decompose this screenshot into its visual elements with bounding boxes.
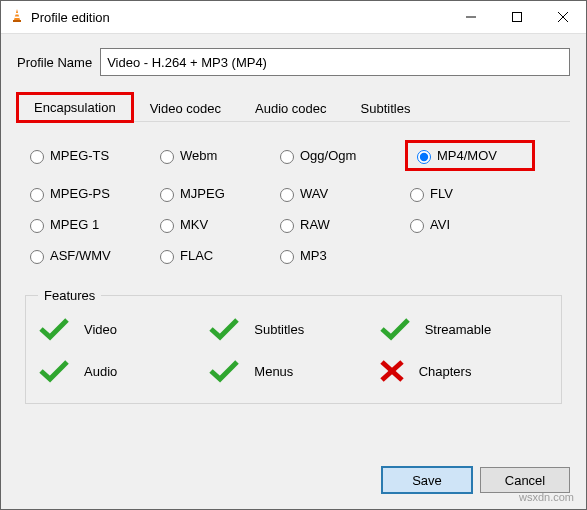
radio-asf-wmv[interactable]: ASF/WMV — [25, 247, 155, 264]
radio-wav[interactable]: WAV — [275, 185, 405, 202]
svg-rect-3 — [14, 16, 19, 18]
feature-menus: Menus — [208, 359, 378, 383]
check-icon — [38, 359, 70, 383]
radio-label: MPEG-PS — [50, 186, 110, 201]
feature-subtitles: Subtitles — [208, 317, 378, 341]
radio-label: MPEG-TS — [50, 148, 109, 163]
radio-label: MP4/MOV — [437, 148, 497, 163]
feature-audio: Audio — [38, 359, 208, 383]
profile-name-label: Profile Name — [17, 55, 92, 70]
radio-mkv[interactable]: MKV — [155, 216, 275, 233]
x-icon — [379, 359, 405, 383]
features-group: Features Video Subtitles Streamable — [25, 288, 562, 404]
titlebar: Profile edition — [1, 1, 586, 34]
radio-label: FLV — [430, 186, 453, 201]
tabs: Encapsulation Video codec Audio codec Su… — [17, 92, 570, 122]
radio-mpeg-ts[interactable]: MPEG-TS — [25, 140, 155, 171]
tab-encapsulation[interactable]: Encapsulation — [17, 93, 133, 122]
content-area: Profile Name Encapsulation Video codec A… — [1, 34, 586, 455]
feature-label: Video — [84, 322, 117, 337]
features-legend: Features — [38, 288, 101, 303]
radio-label: AVI — [430, 217, 450, 232]
svg-rect-1 — [13, 20, 21, 22]
feature-label: Streamable — [425, 322, 491, 337]
feature-streamable: Streamable — [379, 317, 549, 341]
cancel-button[interactable]: Cancel — [480, 467, 570, 493]
window-buttons — [448, 1, 586, 33]
radio-mpeg-ps[interactable]: MPEG-PS — [25, 185, 155, 202]
radio-avi[interactable]: AVI — [405, 216, 535, 233]
tab-video-codec[interactable]: Video codec — [133, 94, 238, 122]
radio-label: Webm — [180, 148, 217, 163]
radio-label: ASF/WMV — [50, 248, 111, 263]
save-button[interactable]: Save — [382, 467, 472, 493]
radio-label: MKV — [180, 217, 208, 232]
radio-mpeg1[interactable]: MPEG 1 — [25, 216, 155, 233]
feature-chapters: Chapters — [379, 359, 549, 383]
vlc-cone-icon — [9, 8, 25, 27]
profile-name-row: Profile Name — [17, 48, 570, 76]
svg-rect-2 — [15, 13, 19, 15]
feature-label: Chapters — [419, 364, 472, 379]
radio-label: Ogg/Ogm — [300, 148, 356, 163]
radio-label: FLAC — [180, 248, 213, 263]
radio-label: MPEG 1 — [50, 217, 99, 232]
radio-mp3[interactable]: MP3 — [275, 247, 405, 264]
watermark: wsxdn.com — [519, 491, 574, 503]
check-icon — [208, 359, 240, 383]
tab-subtitles[interactable]: Subtitles — [344, 94, 428, 122]
encapsulation-panel: MPEG-TS Webm Ogg/Ogm MP4/MOV MPEG-PS MJP… — [17, 122, 570, 412]
radio-ogg[interactable]: Ogg/Ogm — [275, 140, 405, 171]
svg-rect-5 — [513, 13, 522, 22]
radio-webm[interactable]: Webm — [155, 140, 275, 171]
check-icon — [38, 317, 70, 341]
radio-label: WAV — [300, 186, 328, 201]
profile-edition-window: Profile edition Profile Name Encapsulati… — [0, 0, 587, 510]
check-icon — [379, 317, 411, 341]
tab-audio-codec[interactable]: Audio codec — [238, 94, 344, 122]
close-button[interactable] — [540, 1, 586, 33]
radio-flv[interactable]: FLV — [405, 185, 535, 202]
highlight-mp4: MP4/MOV — [405, 140, 535, 171]
feature-label: Subtitles — [254, 322, 304, 337]
radio-mp4-mov[interactable]: MP4/MOV — [412, 147, 497, 164]
encapsulation-radios: MPEG-TS Webm Ogg/Ogm MP4/MOV MPEG-PS MJP… — [25, 140, 562, 264]
window-title: Profile edition — [31, 10, 110, 25]
feature-video: Video — [38, 317, 208, 341]
radio-label: RAW — [300, 217, 330, 232]
radio-label: MJPEG — [180, 186, 225, 201]
dialog-buttons: Save Cancel — [1, 455, 586, 509]
feature-label: Audio — [84, 364, 117, 379]
radio-flac[interactable]: FLAC — [155, 247, 275, 264]
profile-name-input[interactable] — [100, 48, 570, 76]
radio-mjpeg[interactable]: MJPEG — [155, 185, 275, 202]
features-grid: Video Subtitles Streamable Audio — [38, 317, 549, 383]
radio-raw[interactable]: RAW — [275, 216, 405, 233]
check-icon — [208, 317, 240, 341]
radio-label: MP3 — [300, 248, 327, 263]
feature-label: Menus — [254, 364, 293, 379]
maximize-button[interactable] — [494, 1, 540, 33]
minimize-button[interactable] — [448, 1, 494, 33]
